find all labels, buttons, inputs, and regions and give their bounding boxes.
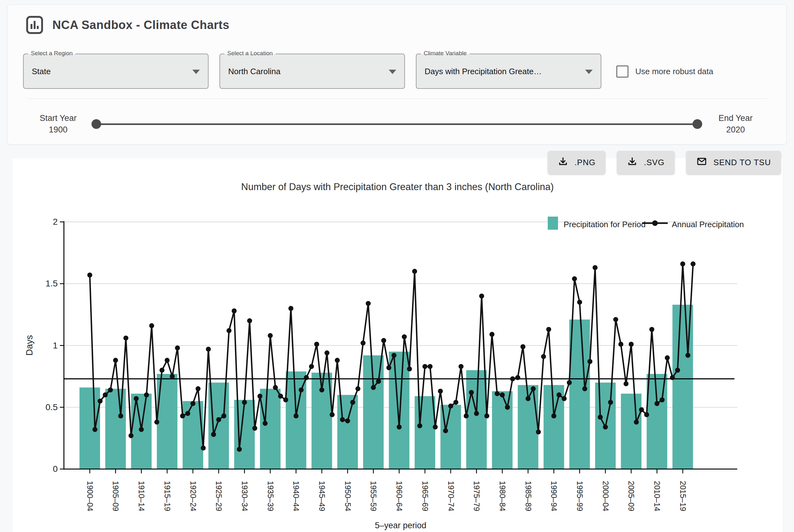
x-tick-label: 1955–59 bbox=[369, 481, 378, 511]
bar bbox=[106, 388, 126, 469]
annual-point bbox=[247, 318, 252, 323]
legend-label: Precipitation for Period bbox=[564, 220, 646, 229]
annual-point bbox=[577, 300, 582, 305]
download-svg-button[interactable]: .SVG bbox=[617, 151, 674, 174]
x-tick-label: 2000–04 bbox=[601, 481, 610, 511]
x-tick-label: 2005–09 bbox=[627, 481, 636, 511]
annual-point bbox=[355, 386, 360, 391]
annual-point bbox=[335, 358, 340, 363]
annual-point bbox=[448, 404, 453, 408]
annual-point bbox=[438, 388, 443, 394]
annual-point bbox=[180, 414, 185, 419]
region-select[interactable]: Select a Region State bbox=[23, 54, 209, 89]
end-year-caption: End Year bbox=[704, 113, 768, 124]
annual-point bbox=[685, 353, 691, 358]
annual-point bbox=[273, 385, 278, 390]
annual-point bbox=[221, 414, 226, 419]
annual-point bbox=[118, 414, 123, 419]
divider bbox=[27, 98, 767, 99]
chevron-down-icon bbox=[192, 70, 200, 74]
annual-point bbox=[93, 427, 98, 432]
annual-point bbox=[87, 273, 92, 278]
annual-point bbox=[211, 432, 216, 437]
annual-point bbox=[268, 333, 273, 338]
annual-point bbox=[283, 397, 288, 402]
legend-line-dot bbox=[652, 220, 658, 226]
chart-panel: Number of Days with Precipitation Greate… bbox=[13, 158, 782, 532]
annual-point bbox=[113, 358, 118, 363]
annual-point bbox=[453, 400, 458, 405]
chevron-down-icon bbox=[389, 70, 396, 74]
annual-point bbox=[587, 359, 592, 364]
annual-point bbox=[505, 405, 510, 410]
annual-point bbox=[144, 392, 149, 397]
year-range-slider[interactable] bbox=[92, 108, 702, 140]
location-select[interactable]: Select a Location North Carolina bbox=[220, 54, 405, 89]
annual-point bbox=[531, 386, 535, 391]
send-to-tsu-button[interactable]: SEND TO TSU bbox=[686, 151, 781, 174]
annual-point bbox=[139, 427, 144, 432]
annual-point bbox=[567, 380, 572, 385]
annual-point bbox=[392, 353, 397, 358]
annual-point bbox=[351, 400, 355, 405]
x-tick-label: 1900–04 bbox=[86, 481, 94, 511]
end-year-handle[interactable] bbox=[693, 119, 702, 129]
bar bbox=[415, 396, 435, 469]
annual-point bbox=[402, 335, 407, 339]
annual-point bbox=[417, 423, 422, 428]
annual-point bbox=[551, 414, 556, 419]
annual-point bbox=[124, 336, 129, 341]
y-tick-label: 0 bbox=[53, 464, 58, 474]
x-tick-label: 1990–94 bbox=[550, 481, 558, 511]
end-year-label: End Year 2020 bbox=[704, 113, 768, 135]
annual-point bbox=[206, 346, 211, 352]
annual-point bbox=[670, 375, 675, 380]
annual-point bbox=[489, 332, 494, 337]
annual-point bbox=[422, 364, 428, 369]
bar bbox=[621, 394, 642, 469]
x-tick-label: 1910–14 bbox=[137, 481, 146, 511]
annual-point bbox=[304, 375, 309, 380]
slider-track[interactable] bbox=[96, 124, 697, 125]
annual-point bbox=[237, 447, 242, 452]
chevron-down-icon bbox=[585, 70, 593, 74]
annual-point bbox=[520, 344, 525, 349]
annual-point bbox=[278, 394, 283, 399]
annual-point bbox=[515, 375, 520, 380]
annual-point bbox=[258, 394, 263, 399]
annual-point bbox=[680, 262, 685, 266]
x-tick-label: 1960–64 bbox=[395, 481, 404, 511]
annual-point bbox=[412, 269, 417, 274]
annual-point bbox=[619, 342, 623, 347]
y-tick-label: 0.5 bbox=[45, 402, 58, 412]
annual-point bbox=[386, 365, 391, 370]
annual-point bbox=[263, 421, 267, 426]
year-range-slider-row: Start Year 1900 End Year 2020 bbox=[26, 108, 768, 140]
download-png-button[interactable]: .PNG bbox=[548, 151, 606, 174]
annual-point bbox=[536, 430, 541, 434]
chart-canvas: 00.511.521900–041905–091910–141915–19192… bbox=[19, 201, 779, 531]
x-tick-label: 1920–24 bbox=[189, 481, 197, 511]
annual-point bbox=[340, 417, 345, 422]
x-tick-label: 1950–54 bbox=[343, 481, 352, 511]
robust-data-checkbox-row[interactable]: Use more robust data bbox=[616, 65, 713, 78]
annual-point bbox=[629, 342, 634, 347]
annual-point bbox=[324, 350, 329, 355]
export-actions-row: .PNG .SVG SEND TO TSU bbox=[548, 151, 781, 174]
annual-point bbox=[252, 426, 257, 431]
x-tick-label: 1965–69 bbox=[421, 481, 430, 511]
robust-data-checkbox[interactable] bbox=[616, 65, 628, 78]
send-to-tsu-label: SEND TO TSU bbox=[714, 158, 771, 167]
annual-point bbox=[165, 358, 170, 363]
x-tick-label: 1945–49 bbox=[318, 481, 326, 511]
start-year-handle[interactable] bbox=[92, 119, 101, 129]
annual-point bbox=[428, 364, 433, 369]
annual-point bbox=[185, 411, 190, 416]
climate-variable-select[interactable]: Climate Variable Days with Precipitation… bbox=[416, 54, 601, 89]
annual-point bbox=[572, 276, 577, 281]
bar bbox=[544, 385, 564, 469]
annual-point bbox=[654, 401, 659, 406]
annual-point bbox=[526, 396, 531, 401]
annual-point bbox=[443, 428, 448, 433]
annual-point bbox=[103, 392, 108, 397]
